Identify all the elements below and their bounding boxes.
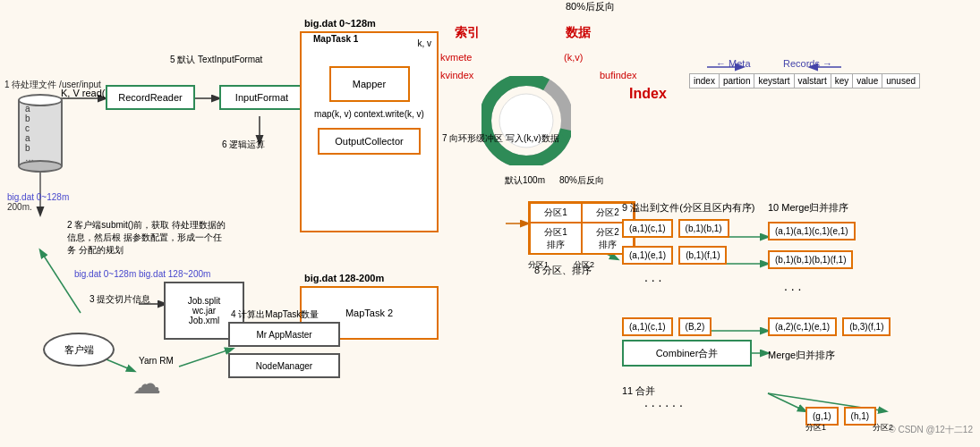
record-reader-label: RecordReader xyxy=(118,92,183,103)
combiner-result-row: (a,2)(c,1)(e,1) (b,3)(f,1) xyxy=(768,317,891,336)
step9-label: 9 溢出到文件(分区且区内有序) xyxy=(622,201,755,215)
comb-result-1: (a,2)(c,1)(e,1) xyxy=(768,317,837,336)
svg-line-18 xyxy=(768,393,805,411)
step11-label: 11 合并 xyxy=(622,384,655,398)
keystart-col: keystart xyxy=(754,74,794,89)
mapper-label: Mapper xyxy=(353,79,386,89)
node-manager-box: NodeManager xyxy=(228,353,340,378)
maptask2-label: MapTask 2 xyxy=(345,308,393,318)
output-collector-label: OutputCollector xyxy=(335,136,403,147)
file-content-b: b xyxy=(25,114,55,123)
spillout-cell-2b: (b,1)(f,1) xyxy=(678,246,727,265)
svg-line-8 xyxy=(179,349,233,367)
maptask1-label: MapTask 1 xyxy=(313,34,358,44)
comb-cell-1: (a,1)(c,1) xyxy=(622,317,673,336)
step10-label: 10 Merge归并排序 xyxy=(768,201,848,215)
step4-label: 4 计算出MapTask数量 xyxy=(231,308,319,321)
file-cylinder: a b c a b … xyxy=(18,94,63,173)
file-size: 200m. xyxy=(7,202,69,212)
meta-label: ← Meta xyxy=(716,58,751,69)
final-part1: 分区1 xyxy=(805,422,826,434)
footer: © CSDN @12十二12 xyxy=(889,424,973,436)
spillout-cell-1a: (a,1)(c,1) xyxy=(622,219,673,238)
index-main-label: Index xyxy=(629,86,667,102)
job-split-line2: wc.jar xyxy=(192,306,216,316)
data-title: 数据 xyxy=(566,25,591,41)
svg-line-9 xyxy=(40,250,81,313)
merge-row1: (a,1)(a,1)(c,1)(e,1) xyxy=(768,222,856,240)
kv-data-label: (k,v) xyxy=(564,52,583,63)
input-format-label: InputFormat xyxy=(235,92,288,103)
key-col: key xyxy=(831,74,853,89)
spillout-row1: (a,1)(c,1) (b,1)(b,1) xyxy=(622,219,729,238)
circular-buffer-svg xyxy=(481,76,571,165)
kv-output: k, v xyxy=(417,38,431,48)
default100m-label: 默认100m xyxy=(505,174,545,187)
dots3: · · · xyxy=(784,282,801,296)
bigdat-label: big.dat 0~128m xyxy=(304,18,376,29)
merge-cell-2: (b,1)(b,1)(b,1)(f,1) xyxy=(768,250,853,269)
partition1-cell: 分区1 xyxy=(530,203,582,223)
kv-label: K, V read() xyxy=(61,88,108,98)
yarn-rm-label: Yarn RM xyxy=(139,356,174,366)
sort-partition-box: 分区1 分区2 分区1 排序 分区2 排序 xyxy=(528,201,635,255)
maptask1-box: k, v Mapper map(k, v) context.write(k, v… xyxy=(300,31,439,232)
partition1sort-cell: 分区1 排序 xyxy=(530,223,582,255)
app-master-label: Mr AppMaster xyxy=(256,330,311,340)
percent80-label: 80%后反向 xyxy=(566,0,615,13)
spillout-row2: (a,1)(e,1) (b,1)(f,1) xyxy=(622,246,727,265)
header-table: index partion keystart valstart key valu… xyxy=(689,73,920,89)
index-col: index xyxy=(690,74,720,89)
index-title: 索引 xyxy=(455,25,480,41)
bigdat2-label: big.dat 128-200m xyxy=(304,273,384,283)
record-reader-box: RecordReader xyxy=(106,85,195,110)
valstart-col: valstart xyxy=(794,74,831,89)
file-list: big.dat 0~128m 200m. xyxy=(7,192,69,212)
app-master-box: Mr AppMaster xyxy=(228,322,340,347)
merge-sort-label: Merge归并排序 xyxy=(768,349,835,362)
dots1: · · · xyxy=(644,273,661,287)
part-labels: 分区1 分区2 xyxy=(528,259,594,271)
part2-label: 分区2 xyxy=(574,259,594,271)
job-split-line3: Job.xml xyxy=(189,316,219,325)
step5-label: 5 默认 TextInputFormat xyxy=(170,54,262,66)
value-col: value xyxy=(853,74,882,89)
job-split-line1: Job.split xyxy=(188,296,221,306)
meta-text: Meta xyxy=(729,58,750,69)
combiner-box: Combiner合并 xyxy=(622,340,752,367)
file-content-ab: a xyxy=(25,133,55,143)
dots2: · · · · · · xyxy=(644,398,683,412)
spillout-cell-2a: (a,1)(e,1) xyxy=(622,246,673,265)
merge-cell-1: (a,1)(a,1)(c,1)(e,1) xyxy=(768,222,856,240)
cloud-icon: ☁ xyxy=(132,367,161,401)
comb-cell-2: (B,2) xyxy=(678,317,712,336)
records-label: Records → xyxy=(783,58,832,69)
unused-col: unused xyxy=(882,74,920,89)
file-content-b2: b xyxy=(25,143,55,153)
final-cell-2: (h,1) xyxy=(844,407,877,426)
combiner-label: Combiner合并 xyxy=(656,347,719,360)
output-collector-box: OutputCollector xyxy=(318,128,421,155)
step7-label: 7 向环形缓冲区 写入(k,v)数据 xyxy=(442,132,559,145)
combiner-input-row: (a,1)(c,1) (B,2) xyxy=(622,317,712,336)
client-label: 客户端 xyxy=(64,343,94,357)
percent80-label2: 80%后反向 xyxy=(559,174,604,187)
step3-label: 3 提交切片信息 xyxy=(89,293,150,306)
spillout-cell-1b: (b,1)(b,1) xyxy=(678,219,729,238)
records-text: Records xyxy=(783,58,820,69)
client-oval: 客户端 xyxy=(43,333,115,367)
merge-row2: (b,1)(b,1)(b,1)(f,1) xyxy=(768,250,853,269)
map-output-label: map(k, v) context.write(k, v) xyxy=(314,109,424,119)
step6-label: 6 逻辑运算 xyxy=(222,139,265,151)
file-content-c: c xyxy=(25,123,55,133)
kvindex-label: kvindex xyxy=(440,70,473,80)
bufindex-label: bufindex xyxy=(600,70,637,80)
diagram: a b c a b … 1 待处理文件 /user/input big.dat … xyxy=(0,0,980,438)
partion-col: partion xyxy=(719,74,754,89)
step2-label: 2 客户端submit()前，获取 待处理数据的信息，然后根 据参数配置，形成一… xyxy=(67,219,228,257)
node-manager-label: NodeManager xyxy=(256,361,312,371)
comb-result-2: (b,3)(f,1) xyxy=(842,317,891,336)
mapper-box: Mapper xyxy=(329,66,410,102)
step2-files: big.dat 0~128m big.dat 128~200m xyxy=(74,268,210,281)
kvmete-label: kvmete xyxy=(440,52,472,63)
